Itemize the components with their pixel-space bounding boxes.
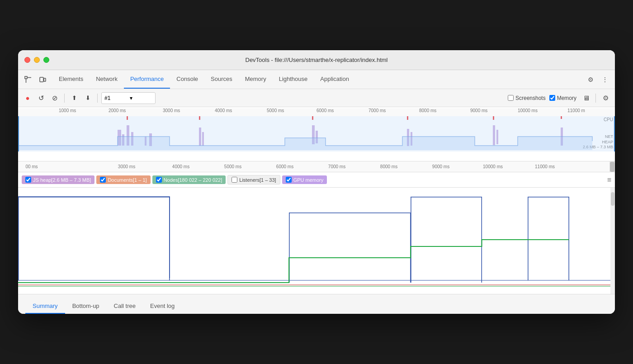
time-8000: 8000 ms — [419, 108, 436, 113]
screenshots-checkbox[interactable] — [508, 95, 514, 101]
inspect-element-icon[interactable] — [22, 73, 34, 86]
legend-nodes[interactable]: Nodes[180 022 – 220 022] — [152, 175, 226, 184]
svg-rect-30 — [18, 197, 19, 280]
overview-time-row: 1000 ms 2000 ms 3000 ms 4000 ms 5000 ms … — [18, 108, 615, 116]
main-tabs: Elements Network Performance Console Sou… — [52, 70, 584, 89]
js-heap-checkbox[interactable] — [25, 177, 31, 183]
tab-performance[interactable]: Performance — [124, 70, 170, 89]
horizontal-scrollbar[interactable] — [609, 161, 615, 172]
more-options-icon[interactable]: ⋮ — [599, 73, 611, 86]
svg-rect-33 — [289, 213, 411, 213]
tab-memory[interactable]: Memory — [239, 70, 273, 89]
device-toolbar-icon[interactable] — [36, 73, 49, 86]
titlebar: DevTools - file:///Users/stmarthe/x-repl… — [18, 50, 615, 70]
profile-label: #1 — [104, 95, 127, 101]
tab-bottom-up[interactable]: Bottom-up — [65, 299, 107, 314]
gpu-memory-label: GPU memory — [293, 177, 324, 183]
maximize-button[interactable] — [43, 57, 49, 63]
ruler-5000: 5000 ms — [224, 164, 241, 169]
window-title: DevTools - file:///Users/stmarthe/x-repl… — [246, 57, 388, 63]
ruler-11000: 11000 ms — [535, 164, 555, 169]
tab-network[interactable]: Network — [90, 70, 124, 89]
memory-label: Memory — [557, 95, 576, 101]
svg-rect-31 — [169, 197, 170, 280]
performance-toolbar: ● ↺ ⊘ ⬆ ⬇ #1 ▾ Screenshots Memory 🖥 ⚙ — [18, 89, 615, 107]
legend-listeners[interactable]: Listeners[1 – 33] — [227, 175, 280, 184]
screenshots-checkbox-label[interactable]: Screenshots — [508, 95, 546, 101]
svg-rect-38 — [528, 197, 529, 280]
documents-checkbox[interactable] — [100, 177, 106, 183]
toolbar-right: Screenshots Memory 🖥 — [508, 92, 592, 104]
time-2000: 2000 ms — [109, 108, 126, 113]
documents-label: Documents[1 – 1] — [108, 177, 146, 183]
tabbar: Elements Network Performance Console Sou… — [18, 70, 615, 89]
tab-console[interactable]: Console — [170, 70, 204, 89]
tab-elements[interactable]: Elements — [52, 70, 90, 89]
memory-chart-area — [18, 188, 615, 294]
upload-button[interactable]: ⬆ — [68, 92, 80, 104]
ruler-6000: 6000 ms — [276, 164, 293, 169]
traffic-lights — [24, 57, 49, 63]
memory-checkbox[interactable] — [549, 95, 555, 101]
separator-3 — [595, 94, 596, 103]
devtools-panel-icons — [22, 73, 49, 86]
chart-scrollbar[interactable] — [610, 188, 615, 294]
time-4000: 4000 ms — [215, 108, 232, 113]
tab-event-log[interactable]: Event log — [143, 299, 182, 314]
memory-legend: JS heap[2.6 MB – 7.3 MB] Documents[1 – 1… — [18, 172, 615, 188]
download-button[interactable]: ⬇ — [82, 92, 94, 104]
time-3000: 3000 ms — [163, 108, 180, 113]
ruler-10000: 10000 ms — [483, 164, 503, 169]
selection-region[interactable] — [18, 116, 615, 151]
tab-sources[interactable]: Sources — [204, 70, 239, 89]
time-10000: 10000 ms — [518, 108, 538, 113]
separator-2 — [97, 94, 98, 103]
minimize-button[interactable] — [34, 57, 40, 63]
ruler-7000: 7000 ms — [328, 164, 345, 169]
profile-dropdown-arrow: ▾ — [130, 95, 152, 101]
memory-chart-svg — [18, 188, 615, 294]
capture-screenshots-icon[interactable]: 🖥 — [580, 92, 592, 104]
close-button[interactable] — [24, 57, 30, 63]
overview-area[interactable]: 1000 ms 2000 ms 3000 ms 4000 ms 5000 ms … — [18, 107, 615, 161]
scrollbar-thumb[interactable] — [611, 192, 614, 206]
time-11000: 11000 m — [567, 108, 585, 113]
ruler-9000: 9000 ms — [432, 164, 449, 169]
scrollbar-thumb[interactable] — [610, 162, 614, 172]
js-heap-label: JS heap[2.6 MB – 7.3 MB] — [33, 177, 91, 183]
clear-button[interactable]: ⊘ — [49, 92, 61, 104]
tab-summary[interactable]: Summary — [25, 299, 65, 314]
tab-call-tree[interactable]: Call tree — [107, 299, 143, 314]
legend-js-heap[interactable]: JS heap[2.6 MB – 7.3 MB] — [22, 175, 94, 184]
svg-rect-29 — [18, 197, 170, 198]
gpu-memory-checkbox[interactable] — [286, 177, 292, 183]
timeline-ruler: 00 ms 3000 ms 4000 ms 5000 ms 6000 ms 70… — [18, 161, 615, 172]
screenshots-label: Screenshots — [515, 95, 546, 101]
legend-menu-icon[interactable]: ≡ — [607, 176, 611, 184]
memory-checkbox-label[interactable]: Memory — [549, 95, 576, 101]
listeners-checkbox[interactable] — [231, 177, 237, 183]
tab-lighthouse[interactable]: Lighthouse — [273, 70, 314, 89]
svg-rect-3 — [40, 77, 43, 82]
legend-gpu-memory[interactable]: GPU memory — [282, 175, 327, 184]
time-1000: 1000 ms — [59, 108, 76, 113]
time-6000: 6000 ms — [316, 108, 334, 113]
ruler-3000: 3000 ms — [118, 164, 135, 169]
toolbar-settings-icon[interactable]: ⚙ — [600, 92, 611, 104]
legend-documents[interactable]: Documents[1 – 1] — [96, 175, 150, 184]
time-9000: 9000 ms — [470, 108, 487, 113]
tab-application[interactable]: Application — [314, 70, 355, 89]
svg-rect-27 — [18, 188, 615, 294]
nodes-checkbox[interactable] — [156, 177, 162, 183]
ruler-8000: 8000 ms — [380, 164, 397, 169]
settings-icon[interactable]: ⚙ — [584, 73, 597, 86]
svg-rect-4 — [44, 78, 46, 81]
reload-record-button[interactable]: ↺ — [35, 92, 47, 104]
ruler-0: 00 ms — [25, 164, 38, 169]
devtools-window: DevTools - file:///Users/stmarthe/x-repl… — [18, 50, 615, 314]
separator-1 — [64, 94, 65, 103]
profile-selector[interactable]: #1 ▾ — [101, 92, 156, 104]
svg-rect-36 — [411, 197, 482, 198]
record-button[interactable]: ● — [22, 92, 33, 104]
time-5000: 5000 ms — [267, 108, 284, 113]
